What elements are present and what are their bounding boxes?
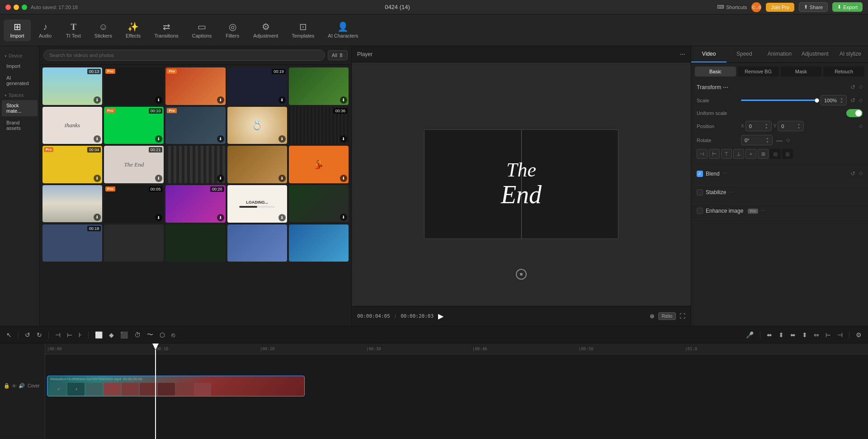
subtab-remove-bg[interactable]: Remove BG [738, 67, 779, 76]
y-stepper[interactable]: ▲▼ [797, 123, 800, 129]
rotate-stepper[interactable]: ▲▼ [766, 137, 769, 143]
media-item[interactable]: Pro ⬇ [165, 107, 225, 144]
export-button[interactable]: ⬇ Export [832, 2, 863, 12]
media-item[interactable]: 💍 ⬇ [227, 107, 287, 144]
media-item[interactable]: 00:19 ⬇ [227, 67, 287, 105]
scale-value[interactable]: 100% ▲▼ [821, 95, 847, 105]
user-avatar[interactable]: C...0 [751, 2, 761, 12]
group-tool[interactable]: ⬛ [118, 329, 130, 340]
transform-reset[interactable]: ↺ [850, 84, 855, 91]
share-button[interactable]: ⬆ Share [799, 2, 828, 12]
media-item[interactable]: 00:20 ⬇ [165, 185, 225, 223]
uniform-scale-toggle[interactable] [846, 109, 863, 117]
download-icon[interactable]: ⬇ [340, 214, 347, 221]
media-item[interactable]: ⬇ [165, 146, 225, 183]
tool-captions[interactable]: ▭ Captions [186, 19, 218, 41]
media-item-thanks[interactable]: thanks ⬇ [42, 107, 102, 144]
align-left-icon[interactable]: ⊣ [697, 149, 708, 159]
media-item[interactable]: 💃 ⬇ [289, 146, 349, 183]
split-tool[interactable]: ⊢ [65, 329, 74, 340]
download-icon[interactable]: ⬇ [155, 175, 162, 182]
motion-tool[interactable]: 〜 [145, 329, 155, 341]
blend-checkbox[interactable]: ✓ [697, 171, 703, 177]
rotate-input[interactable]: 0° ▲▼ [741, 135, 773, 145]
scale-reset[interactable]: ↺ [850, 97, 855, 104]
download-icon[interactable]: ⬇ [278, 96, 286, 104]
timeline-clip[interactable]: 89eba6c473c9f583eec5a709753e0922.mp4 00:… [47, 376, 305, 396]
search-input[interactable] [43, 50, 325, 61]
download-icon[interactable]: ⬇ [94, 214, 101, 221]
media-item[interactable]: Pro ⬇ [165, 67, 225, 105]
eye-icon[interactable]: 👁 [12, 383, 17, 389]
shortcuts-button[interactable]: ⌨ Shortcuts [717, 4, 747, 10]
focus-mode-button[interactable]: ⊕ [650, 313, 655, 320]
tool-effects[interactable]: ✨ Effects [119, 19, 147, 41]
lock-icon[interactable]: 🔒 [4, 383, 10, 389]
tool-adjustment[interactable]: ⚙ Adjustment [247, 19, 284, 41]
download-icon[interactable]: ⬇ [155, 96, 162, 104]
download-icon[interactable]: ⬇ [94, 135, 101, 143]
tool-ai-characters[interactable]: 👤 AI Characters [321, 19, 364, 41]
close-button[interactable] [5, 5, 11, 10]
cursor-tool[interactable]: ↖ [5, 329, 14, 340]
snap-tool-1[interactable]: ⬌ [765, 329, 774, 340]
media-item[interactable]: 00:18 [42, 224, 102, 262]
subtab-mask[interactable]: Mask [781, 67, 822, 76]
rotate-keyframe[interactable]: ◇ [786, 137, 790, 143]
sidebar-item-stock-mate[interactable]: Stock mate... [2, 100, 38, 116]
media-item[interactable]: Pro 00:10 ⬇ [104, 107, 164, 144]
crop-tool[interactable]: ⬜ [93, 329, 104, 340]
media-item-loading[interactable]: LOADING... ⬇ [227, 185, 287, 223]
tool-audio[interactable]: ♪ Audio [32, 19, 59, 41]
download-icon[interactable]: ⬇ [340, 175, 347, 182]
blend-keyframe[interactable]: ◇ [859, 170, 863, 177]
enhance-image-checkbox[interactable] [697, 208, 703, 214]
media-item[interactable] [165, 224, 225, 262]
play-button[interactable]: ▶ [438, 312, 443, 320]
tab-adjustment[interactable]: Adjustment [797, 46, 833, 62]
maximize-button[interactable] [22, 5, 27, 10]
snap-tool-2[interactable]: ⬍ [777, 329, 786, 340]
media-item[interactable]: 00:36 ⬇ [289, 107, 349, 144]
snap-tool-4[interactable]: ⬍ [800, 329, 809, 340]
download-icon[interactable]: ⬇ [278, 175, 286, 182]
snap-tool-6[interactable]: ⊢ [824, 329, 833, 340]
media-item[interactable]: Pro 00:05 ⬇ [104, 185, 164, 223]
mute-icon[interactable]: 🔊 [19, 383, 25, 389]
sidebar-item-brand-assets[interactable]: Brand assets [2, 117, 38, 134]
media-item[interactable]: ⬇ [289, 185, 349, 223]
tool-templates[interactable]: ⊡ Templates [285, 19, 321, 41]
ratio-button[interactable]: Ratio [658, 312, 676, 320]
media-item-the-end[interactable]: The End 00:21 ⬇ [104, 146, 164, 183]
media-item[interactable]: 00:13 ⬇ [42, 67, 102, 105]
join-pro-button[interactable]: Join Pro [766, 3, 794, 12]
split-right-tool[interactable]: ⊦ [77, 329, 84, 340]
transform-keyframe[interactable]: ◇ [859, 84, 863, 91]
position-y-input[interactable]: 0 ▲▼ [778, 121, 804, 131]
tab-video[interactable]: Video [691, 46, 726, 62]
download-icon[interactable]: ⬇ [94, 175, 101, 182]
tab-speed[interactable]: Speed [726, 46, 762, 62]
align-top-icon[interactable]: ⊥ [733, 149, 744, 159]
subtab-basic[interactable]: Basic [695, 67, 736, 76]
snap-tool-3[interactable]: ⬌ [788, 329, 797, 340]
fullscreen-button[interactable]: ⛶ [679, 313, 685, 320]
tab-ai-stylize[interactable]: AI stylize [833, 46, 868, 62]
split-left-tool[interactable]: ⊣ [53, 329, 62, 340]
undo-button[interactable]: ↺ [23, 329, 32, 340]
stabilize-checkbox[interactable] [697, 189, 703, 196]
sidebar-item-import[interactable]: Import [2, 61, 38, 72]
scale-slider[interactable] [741, 100, 817, 101]
speed-tool[interactable]: ⏱ [132, 329, 142, 340]
redo-button[interactable]: ↻ [35, 329, 44, 340]
subtab-retouch[interactable]: Retouch [823, 67, 864, 76]
download-icon[interactable]: ⬇ [340, 96, 347, 104]
align-center-h-icon[interactable]: ⊢ [709, 149, 720, 159]
mic-button[interactable]: 🎤 [744, 329, 755, 340]
scale-stepper[interactable]: ▲▼ [840, 97, 843, 104]
filter-button[interactable]: All 🎚 [328, 50, 348, 60]
settings-button[interactable]: ⚙ [854, 329, 863, 340]
media-item[interactable]: Pro 00:04 ⬇ [42, 146, 102, 183]
blend-reset[interactable]: ↺ [850, 170, 855, 177]
transform-tool[interactable]: ⎋ [170, 329, 177, 340]
